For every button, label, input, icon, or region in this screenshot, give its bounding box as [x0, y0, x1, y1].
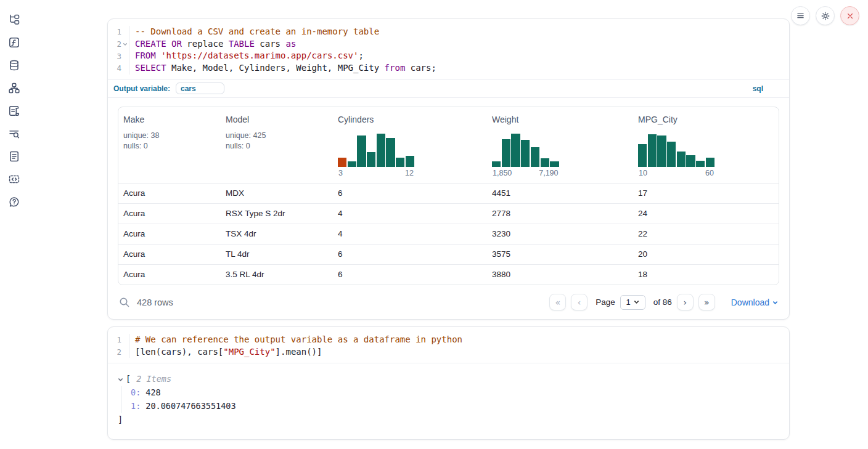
table-header: Makeunique: 38nulls: 0Modelunique: 425nu… [118, 107, 779, 183]
help-icon[interactable] [7, 195, 21, 209]
line-number: 2 [108, 39, 121, 49]
table-cell: 3880 [487, 270, 633, 279]
table-cell: Acura [118, 209, 221, 218]
download-button[interactable]: Download [731, 297, 778, 307]
histogram-bar [386, 138, 395, 167]
table-cell: 2778 [487, 209, 633, 218]
line-number-gutter: 1234 [108, 26, 129, 75]
code-line: # We can reference the output variable a… [135, 334, 462, 346]
logs-icon[interactable] [7, 127, 21, 140]
table-cell: 6 [333, 249, 487, 259]
histogram-range-labels: 312 [338, 169, 414, 177]
column-name: MPG_City [638, 115, 774, 124]
histogram-bar [638, 144, 647, 166]
histogram-bar [696, 161, 705, 167]
table-row: AcuraTSX 4dr4323022 [118, 224, 779, 244]
table-cell: TL 4dr [221, 249, 333, 259]
close-button[interactable] [840, 6, 859, 25]
table-row: Acura3.5 RL 4dr6388018 [118, 264, 779, 285]
code-line: CREATE OR replace TABLE cars as [135, 38, 436, 51]
histogram-bar [686, 155, 695, 166]
documentation-icon[interactable] [7, 150, 21, 163]
table-cell: 3575 [487, 249, 633, 259]
page-label: Page [596, 297, 615, 307]
column-name: Model [226, 115, 328, 124]
next-page-button[interactable]: › [677, 294, 694, 310]
functions-icon[interactable] [7, 36, 21, 49]
tree-entry: 1:20.060747663551403 [131, 400, 779, 413]
row-count-label: 428 rows [137, 297, 173, 307]
table-cell: 20 [633, 249, 779, 259]
sql-cell: 1234 -- Download a CSV and create an in-… [107, 18, 790, 320]
python-code-editor[interactable]: 12 # We can reference the output variabl… [108, 327, 789, 363]
output-variable-label: Output variable: [113, 84, 170, 93]
settings-button[interactable] [816, 6, 835, 25]
menu-button[interactable] [791, 6, 810, 25]
page-select-value: 1 [626, 297, 631, 307]
tree-entries: 0:4281:20.060747663551403 [121, 386, 779, 413]
first-page-button[interactable]: « [549, 294, 566, 310]
table-cell: 3230 [487, 229, 633, 238]
histogram-bar [677, 152, 686, 167]
histogram-bar [348, 161, 356, 166]
table-cell: TSX 4dr [221, 229, 333, 238]
column-header[interactable]: MPG_City1060 [633, 115, 779, 177]
table-cell: Acura [118, 249, 221, 259]
code-line: [len(cars), cars["MPG_City"].mean()] [135, 346, 462, 358]
column-header[interactable]: Makeunique: 38nulls: 0 [118, 115, 221, 177]
column-header[interactable]: Weight1,8507,190 [487, 115, 633, 177]
histogram-bar [492, 161, 501, 167]
dependency-graph-icon[interactable] [7, 81, 21, 95]
histogram-bar [511, 134, 520, 167]
code-line: SELECT Make, Model, Cylinders, Weight, M… [135, 62, 436, 75]
chevron-down-icon [634, 299, 639, 305]
histogram-bar [550, 161, 559, 167]
scratchpad-icon[interactable] [7, 104, 21, 118]
file-tree-icon[interactable] [7, 13, 21, 26]
histogram-bar [541, 158, 549, 166]
code-content: -- Download a CSV and create an in-memor… [129, 26, 436, 75]
histogram-bar [648, 134, 657, 167]
histogram-bar [521, 140, 530, 167]
sql-code-editor[interactable]: 1234 -- Download a CSV and create an in-… [108, 19, 789, 80]
output-variable-input[interactable] [176, 83, 224, 94]
snippets-icon[interactable] [7, 172, 21, 186]
table-search-button[interactable] [119, 297, 130, 308]
chevron-down-icon [772, 300, 778, 305]
table-row: AcuraMDX6445117 [118, 183, 779, 203]
last-page-button[interactable]: » [698, 294, 715, 310]
column-header[interactable]: Cylinders312 [333, 115, 487, 177]
python-cell-output: [ 2 Items 0:4281:20.060747663551403 ] [108, 363, 789, 439]
histogram-bar [338, 158, 346, 167]
table-cell: 6 [333, 270, 487, 279]
close-bracket: ] [118, 413, 779, 427]
column-header[interactable]: Modelunique: 425nulls: 0 [221, 115, 333, 177]
table-cell: MDX [221, 188, 333, 198]
table-cell: 3.5 RL 4dr [221, 270, 333, 279]
code-line: FROM 'https://datasets.marimo.app/cars.c… [135, 50, 436, 62]
code-content: # We can reference the output variable a… [129, 334, 462, 358]
histogram-bar [377, 134, 385, 167]
line-number: 4 [108, 63, 121, 73]
menu-icon [796, 11, 805, 20]
datasources-icon[interactable] [7, 59, 21, 72]
line-number: 1 [108, 27, 121, 36]
column-histogram [638, 132, 714, 167]
table-cell: 24 [633, 209, 779, 218]
page-select[interactable]: 1 [620, 295, 645, 310]
open-bracket: [ [126, 373, 131, 386]
table-cell: Acura [118, 270, 221, 279]
fold-toggle-icon[interactable] [121, 42, 129, 47]
table-cell: Acura [118, 229, 221, 238]
items-count-label: 2 Items [136, 373, 171, 386]
table-cell: Acura [118, 188, 221, 198]
collapse-toggle-icon[interactable] [118, 377, 123, 382]
language-badge: sql [753, 84, 784, 93]
prev-page-button[interactable]: ‹ [571, 294, 588, 310]
line-number-gutter: 12 [108, 334, 129, 358]
tree-root-row: [ 2 Items [118, 373, 779, 386]
notebook-actions [791, 6, 859, 25]
histogram-range-labels: 1,8507,190 [492, 169, 559, 177]
table-cell: 22 [633, 229, 779, 238]
data-table: Makeunique: 38nulls: 0Modelunique: 425nu… [118, 107, 779, 285]
